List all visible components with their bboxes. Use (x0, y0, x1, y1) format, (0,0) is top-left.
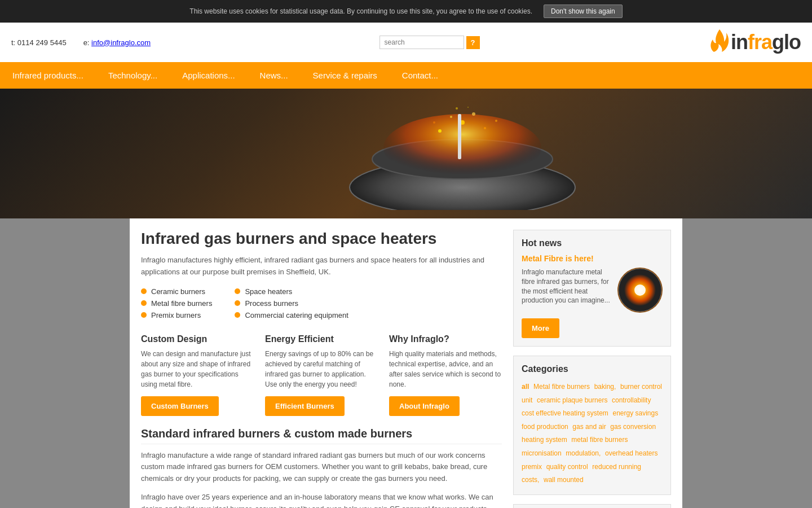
hot-news-heading: Hot news (522, 238, 663, 248)
nav-contact[interactable]: Contact... (390, 62, 451, 89)
custom-burners-button[interactable]: Custom Burners (141, 396, 219, 416)
list-item: Ceramic burners (141, 287, 212, 296)
more-button[interactable]: More (522, 318, 559, 338)
col-title-3: Why Infraglo? (389, 334, 502, 344)
email-link[interactable]: info@infraglo.com (91, 38, 151, 47)
svg-point-8 (433, 121, 435, 124)
tag-energy-savings[interactable]: energy savings (612, 409, 658, 417)
tag-all[interactable]: all (522, 383, 529, 391)
tag-heating-system[interactable]: heating system (522, 436, 567, 444)
tag-modulation[interactable]: modulation, (566, 449, 601, 457)
svg-point-15 (634, 284, 646, 296)
tag-food-production[interactable]: food production (522, 423, 568, 431)
col-body-2: Energy savings of up to 80% can be achie… (265, 349, 378, 389)
three-col-section: Custom Design We can design and manufact… (141, 334, 502, 416)
email-label: e: (83, 38, 90, 47)
phone-number: 0114 249 5445 (17, 38, 67, 47)
svg-point-10 (456, 107, 458, 110)
hot-news-image (617, 268, 663, 313)
feature-list-left: Ceramic burners Metal fibre burners Prem… (141, 287, 212, 323)
email-info: e: info@infraglo.com (83, 38, 151, 47)
svg-point-6 (450, 116, 452, 118)
col-body-3: High quality materials and methods, tech… (389, 349, 502, 389)
hero-image (0, 89, 812, 218)
contact-info: t: 0114 249 5445 e: info@infraglo.com (11, 38, 151, 47)
logo-text: infraglo (731, 30, 801, 54)
feature-lists: Ceramic burners Metal fibre burners Prem… (141, 287, 502, 323)
hot-news-content: Infraglo manufacture metal fibre infrare… (522, 268, 663, 313)
about-infraglo-button[interactable]: About Infraglo (389, 396, 460, 416)
burner-thumbnail (617, 268, 663, 313)
intro-text: Infraglo manufactures highly efficient, … (141, 255, 502, 278)
bullet-icon (235, 312, 240, 318)
list-item: Premix burners (141, 311, 212, 319)
tag-wall-mounted[interactable]: wall mounted (544, 476, 584, 484)
tag-cloud: all Metal fibre burners baking, burner c… (522, 380, 663, 487)
svg-point-7 (472, 112, 475, 116)
tag-ceramic-plaque[interactable]: ceramic plaque burners (537, 396, 607, 404)
cookie-bar: This website uses cookies for statistica… (0, 0, 812, 23)
search-button[interactable]: ? (466, 36, 480, 49)
page-title: Infrared gas burners and space heaters (141, 230, 502, 248)
categories-heading: Categories (522, 364, 663, 374)
nav-infrared-products[interactable]: Infrared products... (0, 62, 96, 89)
phone-info: t: 0114 249 5445 (11, 38, 67, 47)
bullet-icon (141, 312, 147, 318)
main-content: Infrared gas burners and space heaters I… (141, 230, 513, 508)
standard-para-1: Infraglo manufacture a wide range of sta… (141, 450, 502, 485)
tag-micronisation[interactable]: micronisation (522, 449, 562, 457)
search-area: ? (379, 36, 480, 49)
col-energy-efficient: Energy Efficient Energy savings of up to… (265, 334, 378, 416)
search-input[interactable] (379, 36, 464, 49)
col-title-1: Custom Design (141, 334, 254, 344)
nav-applications[interactable]: Applications... (170, 62, 247, 89)
tag-metal-fibre-burners[interactable]: Metal fibre burners (533, 383, 590, 391)
feature-list-right: Space heaters Process burners Commercial… (235, 287, 348, 323)
cookie-dismiss-button[interactable]: Don't show this again (544, 5, 623, 18)
col-title-2: Energy Efficient (265, 334, 378, 344)
content-area: Infrared gas burners and space heaters I… (130, 218, 682, 508)
sidebar: Hot news Metal Fibre is here! Infraglo m… (513, 230, 671, 508)
hot-news-box: Hot news Metal Fibre is here! Infraglo m… (513, 230, 671, 347)
phone-label: t: (11, 38, 15, 47)
standard-section-title: Standard infrared burners & custom made … (141, 427, 502, 444)
top-bar: t: 0114 249 5445 e: info@infraglo.com ? … (0, 23, 812, 62)
nav-technology[interactable]: Technology... (96, 62, 170, 89)
tag-overhead-heaters[interactable]: overhead heaters (605, 449, 657, 457)
list-item: Space heaters (235, 287, 348, 296)
bullet-icon (141, 300, 147, 306)
svg-point-11 (467, 107, 469, 108)
col-body-1: We can design and manufacture just about… (141, 349, 254, 389)
tag-cost-effective[interactable]: cost effective heating system (522, 409, 608, 417)
tag-premix[interactable]: premix (522, 463, 542, 471)
svg-point-9 (495, 120, 497, 122)
nav-news[interactable]: News... (248, 62, 301, 89)
standard-para-2: Infraglo have over 25 years experience a… (141, 492, 502, 508)
logo-area: infraglo (708, 28, 801, 56)
tag-metal-fibre[interactable]: metal fibre burners (571, 436, 628, 444)
categories-box: Categories all Metal fibre burners bakin… (513, 356, 671, 495)
metal-fibre-title: Metal Fibre is here! (522, 254, 663, 263)
logo-flame-icon (708, 28, 731, 56)
efficient-burners-button[interactable]: Efficient Burners (265, 396, 345, 416)
tag-baking[interactable]: baking, (594, 383, 616, 391)
list-item: Commercial catering equipment (235, 311, 348, 319)
bullet-icon (141, 288, 147, 294)
tag-quality-control[interactable]: quality control (546, 463, 588, 471)
svg-rect-12 (458, 114, 461, 159)
nav-service-repairs[interactable]: Service & repairs (301, 62, 390, 89)
hot-news-text: Infraglo manufacture metal fibre infrare… (522, 268, 612, 305)
bullet-icon (235, 288, 240, 294)
main-nav: Infrared products... Technology... Appli… (0, 62, 812, 89)
tag-gas-and-air[interactable]: gas and air (572, 423, 606, 431)
list-item: Metal fibre burners (141, 299, 212, 308)
bullet-icon (235, 300, 240, 306)
cookie-message: This website uses cookies for statistica… (189, 7, 532, 15)
main-wrapper: Infrared gas burners and space heaters I… (130, 218, 682, 508)
burner-svg (321, 97, 603, 210)
hero-burner (321, 97, 491, 210)
list-item: Process burners (235, 299, 348, 308)
col-why-infraglo: Why Infraglo? High quality materials and… (389, 334, 502, 416)
tag-controllability[interactable]: controllability (612, 396, 651, 404)
tag-gas-conversion[interactable]: gas conversion (610, 423, 656, 431)
